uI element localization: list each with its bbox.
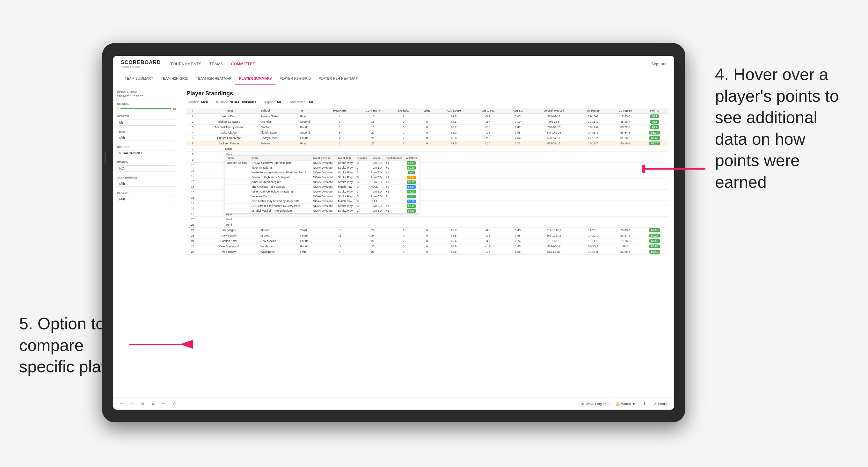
sub-nav-team-summary[interactable]: TEAM SUMMARY — [121, 72, 157, 85]
w-points-cell[interactable]: 65.40 — [404, 209, 419, 213]
table-cell — [324, 217, 356, 222]
event-cell: 3 — [355, 165, 369, 170]
division-select[interactable]: NCAA Division I — [117, 150, 176, 156]
player-select[interactable]: (All) — [117, 196, 176, 202]
sign-out[interactable]: Sign out — [651, 61, 666, 68]
points-cell[interactable] — [641, 211, 668, 217]
table-cell: 5 — [324, 130, 356, 135]
table-cell — [471, 200, 505, 206]
table-cell — [531, 206, 577, 211]
nav-committee[interactable]: COMMITTEE — [231, 61, 255, 68]
table-cell: 33-26-4 — [609, 249, 641, 255]
toolbar-redo[interactable]: ↪ — [129, 401, 135, 407]
event-tooltip: Player Event Event Division Event Type R… — [225, 155, 419, 214]
points-cell[interactable] — [641, 195, 668, 200]
points-cell[interactable]: 60.68 — [641, 227, 668, 233]
th-points: Points — [641, 108, 668, 114]
filter-gender-label: Gender: — [186, 100, 199, 104]
toolbar-watch[interactable]: 🔔 Watch ▼ — [613, 401, 638, 407]
points-cell[interactable] — [641, 222, 668, 227]
table-cell: 23 — [186, 233, 199, 239]
table-cell — [577, 195, 609, 200]
update-time-value: 27/01/2024 16:56:26 — [117, 95, 176, 98]
toolbar-download[interactable]: ⬇ — [641, 401, 648, 407]
region-select[interactable]: N/A — [117, 165, 176, 172]
w-points-cell[interactable]: 24.11 — [404, 185, 419, 189]
points-cell[interactable]: 68.18 — [641, 141, 668, 146]
toolbar-undo[interactable]: ↩ — [118, 401, 125, 407]
table-cell: 0 — [417, 239, 437, 244]
points-cell[interactable]: 60.95 — [641, 244, 668, 249]
points-cell[interactable] — [641, 146, 668, 152]
w-points-cell[interactable]: 46.7 — [404, 170, 419, 175]
no-rds-max: 52 — [173, 107, 176, 110]
nav-tournaments[interactable]: TOURNAMENTS — [170, 61, 202, 68]
w-points-cell[interactable]: 30.47 — [404, 194, 419, 199]
points-cell[interactable] — [641, 184, 668, 190]
points-cell[interactable]: 60.27 — [641, 233, 668, 239]
event-cell — [225, 185, 250, 189]
table-cell — [577, 217, 609, 222]
event-cell: +0 — [384, 204, 404, 209]
table-cell — [577, 168, 609, 174]
year-select[interactable]: (All) — [117, 135, 176, 141]
event-cell: 3 — [355, 185, 369, 189]
table-cell: 0 — [417, 125, 437, 130]
table-cell: Luke Claton — [199, 130, 259, 135]
sub-nav-team-h2h-grid[interactable]: TEAM H2H GRID — [157, 72, 192, 85]
sub-nav-player-summary[interactable]: PLAYER SUMMARY — [235, 72, 276, 85]
w-points-cell[interactable]: 25.98 — [404, 199, 419, 204]
w-points-cell[interactable]: 60.64 — [404, 161, 419, 165]
w-points-cell[interactable]: 53.60 — [404, 165, 419, 170]
points-cell[interactable] — [641, 217, 668, 222]
points-cell[interactable]: 60.49 — [641, 135, 668, 141]
table-cell: 11 — [324, 233, 356, 239]
conference-select[interactable]: (All) — [117, 181, 176, 187]
table-cell — [609, 195, 641, 200]
toolbar-more[interactable]: ⋯ — [160, 401, 167, 407]
gender-select[interactable]: Men Women — [117, 120, 176, 126]
event-header-row: Player Event Event Division Event Type R… — [225, 156, 419, 161]
toolbar-timer[interactable]: ⏱ — [171, 401, 179, 407]
event-cell: NCAA Division I — [311, 180, 336, 185]
points-cell[interactable]: 70.2 — [641, 125, 668, 130]
sub-nav-player-h2h-grid[interactable]: PLAYER H2H GRID — [276, 72, 315, 85]
points-cell[interactable]: 68.49 — [641, 249, 668, 255]
table-cell — [577, 206, 609, 211]
w-points-cell[interactable]: 46.90 — [404, 189, 419, 194]
points-cell[interactable] — [641, 206, 668, 211]
range-track[interactable] — [121, 108, 171, 109]
sub-nav-player-h2h-heatmap[interactable]: PLAYER H2H HEATMAP — [315, 72, 362, 85]
table-cell: 562-62-23 — [531, 249, 577, 255]
w-points-cell[interactable]: 57.57 — [404, 180, 419, 185]
points-cell[interactable] — [641, 200, 668, 206]
table-cell: 5 — [390, 141, 417, 146]
toolbar-crop[interactable]: ⊡ — [139, 401, 146, 407]
w-points-cell[interactable]: 56.18 — [404, 204, 419, 209]
points-cell[interactable]: 76.3 — [641, 119, 668, 125]
table-row: 22Ian GilliganFloridaThird10241068.7-0.8… — [186, 227, 668, 233]
table-cell: 3.10 — [505, 119, 531, 125]
table-cell: 1 — [324, 114, 356, 119]
table-cell: 4 — [186, 130, 199, 135]
table-cell: 24 — [186, 239, 199, 244]
points-cell[interactable]: 60.02 — [641, 239, 668, 244]
filter-gender: Gender: Men — [186, 100, 208, 104]
points-cell[interactable]: 66.2 — [641, 114, 668, 119]
sub-nav-team-h2h-heatmap[interactable]: TEAM H2H HEATMAP — [192, 72, 235, 85]
toolbar-copy[interactable]: ⧉ — [150, 401, 156, 407]
table-cell — [531, 179, 577, 184]
points-cell[interactable]: 66.34 — [641, 130, 668, 135]
w-points-cell[interactable]: 73.33 — [404, 175, 419, 180]
table-cell — [577, 179, 609, 184]
table-cell: 2.72 — [505, 141, 531, 146]
table-cell — [437, 162, 470, 168]
toolbar-view[interactable]: 👁 View: Original — [579, 401, 610, 407]
toolbar-share[interactable]: ↗ Share — [652, 401, 669, 407]
th-rank: # — [186, 108, 199, 114]
nav-teams[interactable]: TEAMS — [210, 61, 223, 68]
table-cell — [437, 184, 470, 190]
points-cell[interactable] — [641, 190, 668, 195]
table-cell — [437, 157, 470, 162]
table-cell — [417, 211, 437, 217]
